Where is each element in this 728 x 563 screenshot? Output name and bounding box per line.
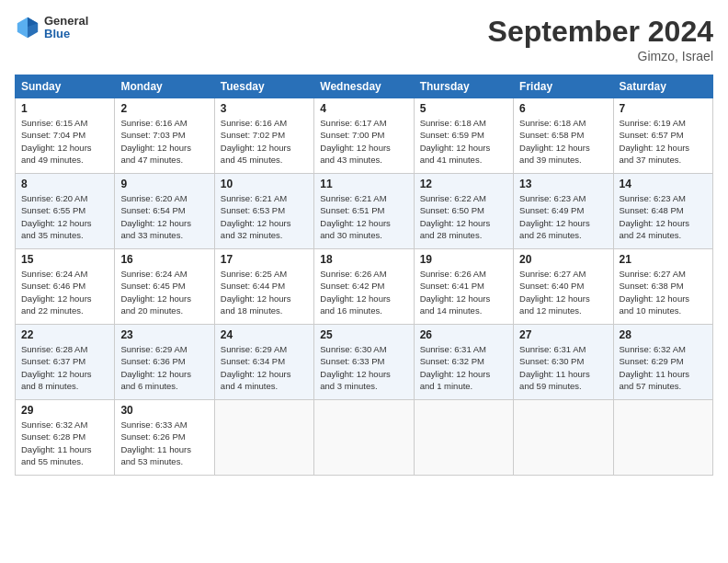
calendar: SundayMondayTuesdayWednesdayThursdayFrid…: [15, 75, 713, 476]
day-number: 11: [320, 178, 407, 190]
day-number: 2: [120, 102, 208, 115]
day-number: 18: [320, 253, 407, 266]
day-info: Sunrise: 6:18 AM Sunset: 6:58 PM Dayligh…: [519, 117, 607, 166]
header-saturday: Saturday: [613, 75, 712, 98]
day-number: 28: [620, 328, 707, 341]
calendar-cell: 3Sunrise: 6:16 AM Sunset: 7:02 PM Daylig…: [214, 98, 313, 174]
day-info: Sunrise: 6:25 AM Sunset: 6:44 PM Dayligh…: [221, 268, 308, 316]
calendar-cell: 1Sunrise: 6:15 AM Sunset: 7:04 PM Daylig…: [16, 98, 115, 174]
day-number: 13: [519, 178, 607, 190]
page: General Blue September 2024 Gimzo, Israe…: [0, 0, 728, 563]
day-info: Sunrise: 6:22 AM Sunset: 6:50 PM Dayligh…: [420, 192, 507, 241]
header-sunday: Sunday: [16, 75, 115, 98]
day-info: Sunrise: 6:31 AM Sunset: 6:30 PM Dayligh…: [519, 343, 607, 392]
day-info: Sunrise: 6:16 AM Sunset: 7:02 PM Dayligh…: [221, 117, 308, 166]
calendar-cell: 6Sunrise: 6:18 AM Sunset: 6:58 PM Daylig…: [514, 98, 613, 174]
calendar-cell: 16Sunrise: 6:24 AM Sunset: 6:45 PM Dayli…: [115, 249, 214, 325]
day-number: 15: [21, 253, 108, 266]
week-row-5: 29Sunrise: 6:32 AM Sunset: 6:28 PM Dayli…: [16, 400, 713, 476]
day-info: Sunrise: 6:33 AM Sunset: 6:26 PM Dayligh…: [120, 419, 208, 467]
week-row-1: 1Sunrise: 6:15 AM Sunset: 7:04 PM Daylig…: [16, 98, 713, 174]
day-number: 21: [620, 253, 707, 266]
day-info: Sunrise: 6:18 AM Sunset: 6:59 PM Dayligh…: [420, 117, 507, 166]
calendar-cell: [514, 400, 613, 476]
logo-icon: [15, 15, 40, 40]
calendar-cell: 14Sunrise: 6:23 AM Sunset: 6:48 PM Dayli…: [613, 174, 712, 249]
calendar-cell: 5Sunrise: 6:18 AM Sunset: 6:59 PM Daylig…: [414, 98, 513, 174]
day-info: Sunrise: 6:26 AM Sunset: 6:42 PM Dayligh…: [320, 268, 407, 316]
calendar-cell: 22Sunrise: 6:28 AM Sunset: 6:37 PM Dayli…: [16, 325, 115, 400]
day-number: 27: [519, 328, 607, 341]
logo-blue-text: Blue: [44, 28, 88, 40]
day-number: 25: [320, 328, 407, 341]
day-number: 9: [120, 178, 208, 190]
header-thursday: Thursday: [414, 75, 513, 98]
week-row-3: 15Sunrise: 6:24 AM Sunset: 6:46 PM Dayli…: [16, 249, 713, 325]
calendar-cell: 2Sunrise: 6:16 AM Sunset: 7:03 PM Daylig…: [115, 98, 214, 174]
day-number: 19: [420, 253, 507, 266]
day-info: Sunrise: 6:24 AM Sunset: 6:45 PM Dayligh…: [120, 268, 208, 316]
calendar-cell: 29Sunrise: 6:32 AM Sunset: 6:28 PM Dayli…: [16, 400, 115, 476]
calendar-cell: 20Sunrise: 6:27 AM Sunset: 6:40 PM Dayli…: [514, 249, 613, 325]
day-number: 10: [221, 178, 308, 190]
logo: General Blue: [15, 15, 88, 41]
day-number: 30: [120, 404, 208, 417]
calendar-cell: [214, 400, 313, 476]
day-info: Sunrise: 6:32 AM Sunset: 6:29 PM Dayligh…: [620, 343, 707, 392]
header-wednesday: Wednesday: [314, 75, 414, 98]
day-number: 14: [620, 178, 707, 190]
week-row-2: 8Sunrise: 6:20 AM Sunset: 6:55 PM Daylig…: [16, 174, 713, 249]
calendar-cell: 4Sunrise: 6:17 AM Sunset: 7:00 PM Daylig…: [314, 98, 414, 174]
calendar-cell: 11Sunrise: 6:21 AM Sunset: 6:51 PM Dayli…: [314, 174, 414, 249]
logo-general-text: General: [44, 15, 88, 28]
day-number: 5: [420, 102, 507, 115]
calendar-cell: 26Sunrise: 6:31 AM Sunset: 6:32 PM Dayli…: [414, 325, 513, 400]
day-number: 8: [21, 178, 108, 190]
calendar-header-row: SundayMondayTuesdayWednesdayThursdayFrid…: [16, 75, 713, 98]
day-number: 22: [21, 328, 108, 341]
day-info: Sunrise: 6:17 AM Sunset: 7:00 PM Dayligh…: [320, 117, 407, 166]
calendar-cell: 10Sunrise: 6:21 AM Sunset: 6:53 PM Dayli…: [214, 174, 313, 249]
calendar-cell: 27Sunrise: 6:31 AM Sunset: 6:30 PM Dayli…: [514, 325, 613, 400]
day-info: Sunrise: 6:29 AM Sunset: 6:36 PM Dayligh…: [120, 343, 208, 392]
day-info: Sunrise: 6:27 AM Sunset: 6:40 PM Dayligh…: [519, 268, 607, 316]
day-info: Sunrise: 6:21 AM Sunset: 6:53 PM Dayligh…: [221, 192, 308, 241]
svg-marker-1: [17, 17, 28, 38]
calendar-cell: 19Sunrise: 6:26 AM Sunset: 6:41 PM Dayli…: [414, 249, 513, 325]
day-info: Sunrise: 6:16 AM Sunset: 7:03 PM Dayligh…: [120, 117, 208, 166]
day-number: 26: [420, 328, 507, 341]
calendar-cell: [613, 400, 712, 476]
day-info: Sunrise: 6:21 AM Sunset: 6:51 PM Dayligh…: [320, 192, 407, 241]
calendar-cell: 23Sunrise: 6:29 AM Sunset: 6:36 PM Dayli…: [115, 325, 214, 400]
day-number: 3: [221, 102, 308, 115]
day-info: Sunrise: 6:24 AM Sunset: 6:46 PM Dayligh…: [21, 268, 108, 316]
day-number: 23: [120, 328, 208, 341]
header-monday: Monday: [115, 75, 214, 98]
day-number: 17: [221, 253, 308, 266]
day-info: Sunrise: 6:23 AM Sunset: 6:49 PM Dayligh…: [519, 192, 607, 241]
day-info: Sunrise: 6:20 AM Sunset: 6:55 PM Dayligh…: [21, 192, 108, 241]
day-number: 7: [620, 102, 707, 115]
week-row-4: 22Sunrise: 6:28 AM Sunset: 6:37 PM Dayli…: [16, 325, 713, 400]
day-number: 29: [21, 404, 108, 417]
header-friday: Friday: [514, 75, 613, 98]
calendar-cell: 9Sunrise: 6:20 AM Sunset: 6:54 PM Daylig…: [115, 174, 214, 249]
day-info: Sunrise: 6:32 AM Sunset: 6:28 PM Dayligh…: [21, 419, 108, 467]
header-tuesday: Tuesday: [214, 75, 313, 98]
logo-text: General Blue: [44, 15, 88, 41]
day-info: Sunrise: 6:30 AM Sunset: 6:33 PM Dayligh…: [320, 343, 407, 392]
day-info: Sunrise: 6:23 AM Sunset: 6:48 PM Dayligh…: [620, 192, 707, 241]
calendar-cell: 7Sunrise: 6:19 AM Sunset: 6:57 PM Daylig…: [613, 98, 712, 174]
day-number: 1: [21, 102, 108, 115]
month-title: September 2024: [488, 15, 713, 49]
calendar-cell: 17Sunrise: 6:25 AM Sunset: 6:44 PM Dayli…: [214, 249, 313, 325]
day-number: 12: [420, 178, 507, 190]
calendar-cell: 15Sunrise: 6:24 AM Sunset: 6:46 PM Dayli…: [16, 249, 115, 325]
calendar-cell: 25Sunrise: 6:30 AM Sunset: 6:33 PM Dayli…: [314, 325, 414, 400]
day-info: Sunrise: 6:27 AM Sunset: 6:38 PM Dayligh…: [620, 268, 707, 316]
day-number: 6: [519, 102, 607, 115]
day-info: Sunrise: 6:26 AM Sunset: 6:41 PM Dayligh…: [420, 268, 507, 316]
calendar-cell: [414, 400, 513, 476]
calendar-cell: 12Sunrise: 6:22 AM Sunset: 6:50 PM Dayli…: [414, 174, 513, 249]
day-number: 16: [120, 253, 208, 266]
